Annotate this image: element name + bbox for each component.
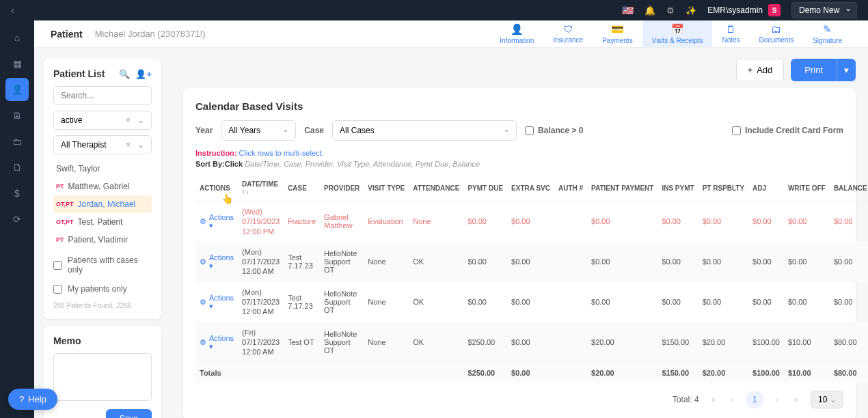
rail-report-icon[interactable]: 🗋 [5,156,29,179]
my-patients-checkbox[interactable]: My patients only [53,281,152,296]
nav-icons: 👤Information 🛡Insurance 💳Payments 📅Visit… [490,20,852,47]
column-header[interactable]: BALANCE [830,175,868,201]
add-patient-icon[interactable]: 👤+ [135,69,152,79]
rail-billing-icon[interactable]: $ [5,182,29,205]
column-header[interactable]: PYMT DUE [463,175,507,201]
column-header[interactable]: WRITE OFF [784,175,830,201]
user-icon: 👤 [511,23,524,36]
table-row[interactable]: ⚙ Actions ▾(Wed)07/19/202312:00 PMFractu… [195,201,868,242]
nav-documents[interactable]: 🗂Documents [750,20,804,47]
column-header[interactable]: PROVIDER [320,175,364,201]
table-row[interactable]: ⚙ Actions ▾(Fri)07/17/202312:00 AMTest O… [195,322,868,363]
add-button[interactable]: +Add [736,59,785,81]
memo-title: Memo [53,335,81,346]
topbar: ‹ 🇺🇸 🔔 ⚙ ✨ EMR\sysadmin S Demo New [0,0,868,20]
case-select[interactable]: All Cases [332,120,517,141]
clear-therapist-icon[interactable]: × [122,140,135,150]
balance-checkbox[interactable]: Balance > 0 [525,126,583,135]
user-info: EMR\sysadmin S [707,4,781,16]
column-header[interactable]: PT RSPBLTY [699,175,748,201]
gear-icon: ⚙ [200,338,206,347]
folder-icon: 🗂 [771,23,781,35]
help-button[interactable]: ?Help [8,389,57,410]
rail-refresh-icon[interactable]: ⟳ [5,208,29,231]
row-actions[interactable]: ⚙ Actions ▾ [200,213,234,230]
cases-only-checkbox[interactable]: Patients with cases only [53,253,152,277]
column-header[interactable]: ATTENDANCE [409,175,463,201]
column-header[interactable]: INS PYMT [657,175,698,201]
patient-item[interactable]: PTPatient, Vladimir [53,231,152,249]
column-header[interactable]: PATIENT PAYMENT [587,175,657,201]
prev-page-icon[interactable]: ‹ [728,392,736,407]
card-icon: 💳 [611,23,624,36]
nav-signature[interactable]: ✎Signature [803,20,852,47]
per-page-select[interactable]: 10 [811,391,843,408]
header-label: Patient [51,29,83,40]
next-page-icon[interactable]: › [773,392,781,407]
column-header[interactable]: ACTIONS [195,175,238,201]
last-page-icon[interactable]: » [791,392,801,407]
discipline-tag: OT,PT [56,201,74,208]
visits-table: ACTIONSDATE/TIME↑↓CASEPROVIDERVISIT TYPE… [195,175,868,382]
print-button[interactable]: Print [791,59,837,81]
status-filter[interactable]: active × [53,111,152,130]
table-row[interactable]: ⚙ Actions ▾(Mon)07/17/202312:00 AMTest 7… [195,282,868,322]
patient-list-card: Patient List 🔍 👤+ active × All Therapist [44,59,161,319]
patient-list-title: Patient List [53,68,105,79]
patient-header: Patient Michael Jordan (23078371!) 👤Info… [34,20,868,48]
row-actions[interactable]: ⚙ Actions ▾ [200,253,234,270]
row-actions[interactable]: ⚙ Actions ▾ [200,334,234,351]
year-label: Year [195,126,213,135]
print-dropdown[interactable]: ▾ [837,59,856,81]
row-actions[interactable]: ⚙ Actions ▾ [200,294,234,311]
column-header[interactable]: ADJ [748,175,784,201]
pen-icon: ✎ [823,23,832,36]
discipline-tag: PT [56,236,64,243]
rail-doc-icon[interactable]: 🗎 [5,104,29,127]
patient-item[interactable]: PTMatthew, Gabriel [53,178,152,195]
discipline-tag: PT [56,183,64,190]
bell-icon[interactable]: 🔔 [645,5,655,16]
rail-home-icon[interactable]: ⌂ [5,26,29,49]
back-icon[interactable]: ‹ [11,5,14,16]
instruction-text: Click rows to multi-select. [239,149,324,157]
save-button[interactable]: Save [106,409,152,418]
column-header[interactable]: EXTRA SVC [507,175,554,201]
gear-icon[interactable]: ⚙ [666,5,675,16]
year-select[interactable]: All Years [221,120,296,141]
clear-status-icon[interactable]: × [122,115,135,125]
column-header[interactable]: CASE [284,175,320,201]
nav-notes[interactable]: 🗒Notes [712,20,749,47]
memo-textarea[interactable] [53,353,152,401]
page-number[interactable]: 1 [746,391,763,408]
sortby-label: Sort By: [195,160,225,168]
rail-folder-icon[interactable]: 🗀 [5,130,29,153]
nav-payments[interactable]: 💳Payments [593,20,642,47]
patient-item[interactable]: OT,PTTest, Patient [53,213,152,231]
nav-visits-receipts[interactable]: 📅Visits & Receipts [642,20,713,47]
user-badge[interactable]: S [768,4,781,16]
nav-insurance[interactable]: 🛡Insurance [543,20,593,47]
rail-patients-icon[interactable]: 👤 [5,78,29,101]
column-header[interactable]: VISIT TYPE [364,175,409,201]
sparkle-icon[interactable]: ✨ [686,5,696,16]
search-icon[interactable]: 🔍 [119,69,130,79]
nav-information[interactable]: 👤Information [490,20,543,47]
column-header[interactable]: AUTH # [554,175,587,201]
patient-item[interactable]: OT,PTJordan, Michael [53,195,152,213]
tenant-select[interactable]: Demo New [791,2,857,18]
flag-icon[interactable]: 🇺🇸 [622,5,634,16]
instruction-label: Instruction: [195,149,237,157]
first-page-icon[interactable]: « [709,392,719,407]
user-text: EMR\sysadmin [707,5,763,15]
therapist-filter[interactable]: All Therapist × [53,135,152,154]
table-row[interactable]: ⚙ Actions ▾(Mon)07/17/202312:00 AMTest 7… [195,242,868,282]
found-count: 288 Patients Found. 2266 [53,302,152,309]
rail-calendar-icon[interactable]: ▦ [5,52,29,75]
cc-form-checkbox[interactable]: Include Credit Card Form [732,126,843,135]
gear-icon: ⚙ [200,298,206,307]
search-input[interactable] [53,86,152,105]
totals-row: Totals$250.00$0.00$20.00$150.00$20.00$10… [195,363,868,382]
column-header[interactable]: DATE/TIME↑↓ [238,175,284,201]
patient-item[interactable]: Swift, Taylor [53,160,152,178]
